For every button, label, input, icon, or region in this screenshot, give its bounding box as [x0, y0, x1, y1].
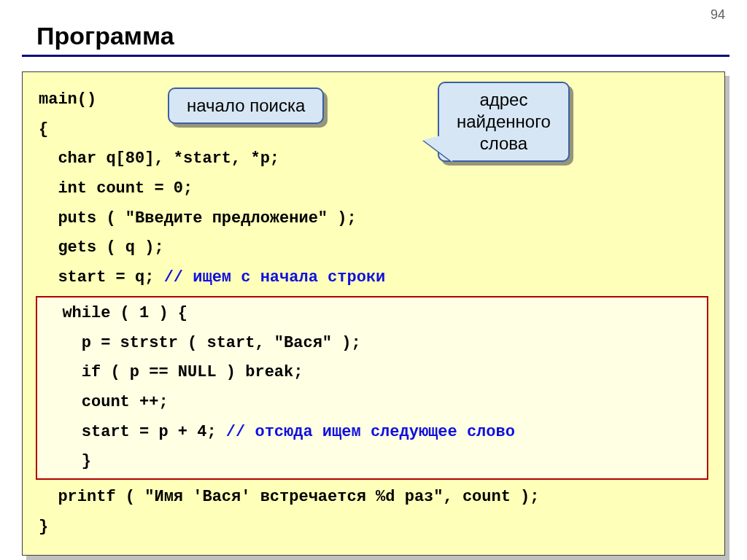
code-comment: // отсюда ищем следующее слово	[226, 423, 515, 441]
code-line: main()	[39, 85, 708, 115]
callout-found-address: адрес найденного слова	[438, 82, 570, 162]
callout-text: начало поиска	[187, 96, 305, 115]
code-text: start = p + 4;	[43, 423, 226, 441]
code-line: gets ( q );	[39, 233, 708, 263]
code-line: if ( p == NULL ) break;	[43, 358, 701, 388]
code-line: start = q; // ищем с начала строки	[39, 263, 708, 293]
code-comment: // ищем с начала строки	[164, 268, 386, 287]
callout-tail-icon	[423, 133, 452, 162]
code-line: }	[43, 447, 701, 477]
code-line: printf ( "Имя 'Вася' встречается %d раз"…	[39, 483, 708, 513]
title-underline	[22, 55, 729, 57]
code-line: int count = 0;	[39, 174, 708, 204]
callout-text: адрес	[479, 90, 527, 109]
highlighted-block: while ( 1 ) { p = strstr ( start, "Вася"…	[36, 296, 708, 480]
code-line: char q[80], *start, *p;	[39, 144, 708, 174]
code-line: p = strstr ( start, "Вася" );	[43, 329, 701, 359]
code-panel: main() { char q[80], *start, *p; int cou…	[22, 71, 725, 556]
callout-text: слова	[480, 133, 527, 153]
code-line: count ++;	[43, 388, 701, 418]
callout-body: начало поиска	[168, 88, 324, 124]
code-line: start = p + 4; // отсюда ищем следующее …	[43, 418, 701, 448]
slide-title: Программа	[0, 0, 747, 55]
code-panel-body: main() { char q[80], *start, *p; int cou…	[22, 71, 725, 556]
code-line: }	[39, 513, 708, 542]
callout-text: найденного	[457, 112, 551, 131]
code-line: {	[39, 115, 708, 145]
page-number: 94	[711, 7, 725, 23]
callout-search-start: начало поиска	[168, 88, 324, 124]
callout-body: адрес найденного слова	[438, 82, 570, 162]
code-text: start = q;	[39, 268, 164, 287]
code-line: while ( 1 ) {	[43, 299, 701, 329]
code-line: puts ( "Введите предложение" );	[39, 204, 708, 234]
